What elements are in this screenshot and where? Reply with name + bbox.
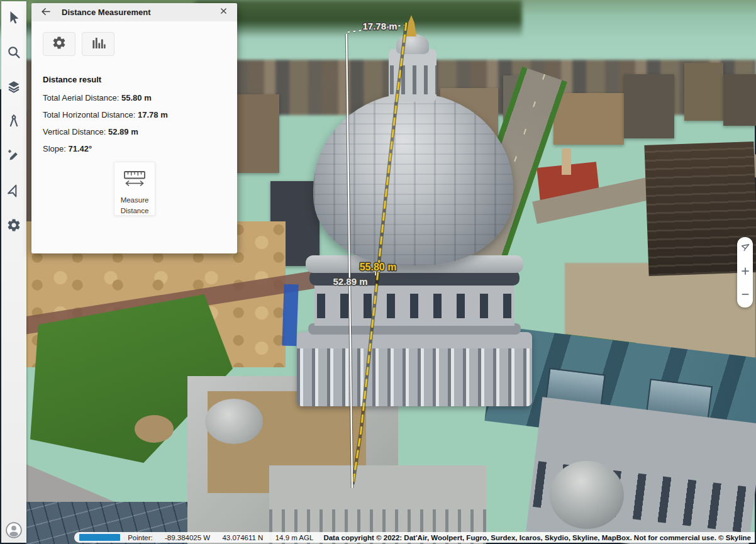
ruler-icon	[123, 170, 147, 190]
sidebar-item-measure[interactable]	[1, 105, 26, 140]
distance-measurement-panel: Distance Measurement Distance result	[31, 3, 237, 253]
pointer-coordinates: Pointer: -89.384025 W 43.074611 N 14.9 m…	[128, 534, 323, 541]
dome-lantern	[389, 49, 436, 102]
building	[624, 74, 674, 138]
sidebar-item-select[interactable]	[1, 1, 26, 36]
capitol-apse	[205, 399, 263, 444]
view-controls	[737, 237, 753, 308]
close-icon	[219, 6, 228, 18]
altitude-value: 14.9 m AGL	[275, 534, 314, 541]
results-heading: Distance result	[43, 75, 237, 84]
back-button[interactable]	[39, 6, 53, 19]
distance-results: Distance result Total Aerial Distance: 5…	[43, 75, 237, 153]
avatar-icon	[5, 530, 23, 541]
pointer-label: Pointer:	[128, 534, 153, 541]
panel-toolbar	[43, 32, 237, 56]
panel-header: Distance Measurement	[31, 3, 237, 21]
panel-title: Distance Measurement	[62, 8, 151, 17]
compass-button[interactable]	[737, 238, 753, 260]
account-avatar[interactable]	[5, 521, 23, 539]
search-icon	[6, 45, 21, 62]
gear-icon	[52, 35, 67, 53]
copyright-notice: Data copyright © 2022: Dat'Air, Woolpert…	[323, 534, 751, 541]
layers-icon	[6, 79, 21, 97]
building	[684, 63, 723, 121]
progress-bar	[79, 534, 120, 541]
measure-button-label: Measure Distance	[121, 195, 149, 216]
plus-icon	[740, 265, 751, 279]
close-button[interactable]	[217, 6, 230, 19]
dome-colonnade	[297, 332, 532, 406]
sidebar-item-layers[interactable]	[1, 70, 26, 105]
drafting-compass-icon	[6, 114, 21, 131]
measure-distance-button[interactable]: Measure Distance	[114, 162, 155, 216]
building	[723, 74, 756, 126]
toolbar-sidebar	[1, 1, 26, 543]
app-window: 17.78 m 55.80 m 52.89 m	[0, 0, 756, 544]
result-vertical: Vertical Distance: 52.89 m	[43, 127, 237, 136]
result-aerial: Total Aerial Distance: 55.80 m	[43, 93, 237, 103]
park-path-circle	[135, 415, 174, 443]
longitude-value: -89.384025 W	[165, 534, 210, 541]
edit-icon	[6, 148, 21, 166]
latitude-value: 43.074611 N	[222, 534, 263, 541]
zoom-out-button[interactable]	[737, 285, 753, 306]
capitol-small-dome	[550, 461, 624, 529]
status-bar: Pointer: -89.384025 W 43.074611 N 14.9 m…	[74, 532, 755, 543]
blue-tarp	[282, 284, 298, 347]
sidebar-item-search[interactable]	[1, 36, 26, 70]
building	[553, 93, 624, 145]
dome-lantern-roof	[396, 34, 429, 54]
zoom-in-button[interactable]	[737, 262, 753, 283]
dome-drum	[314, 283, 514, 326]
paper-plane-icon	[6, 183, 21, 201]
sidebar-item-settings[interactable]	[1, 209, 26, 243]
back-arrow-icon	[40, 5, 52, 20]
church-tower	[562, 148, 571, 175]
bar-chart-icon	[91, 35, 106, 53]
sidebar-item-draw[interactable]	[1, 140, 26, 174]
compass-needle-icon	[740, 242, 751, 256]
result-slope: Slope: 71.42°	[43, 144, 237, 153]
minus-icon	[740, 289, 751, 303]
cursor-icon	[6, 10, 21, 28]
sidebar-item-navigate[interactable]	[1, 174, 26, 209]
gear-icon	[6, 218, 21, 235]
result-horizontal: Total Horizontal Distance: 17.78 m	[43, 110, 237, 119]
terrain-profile-button[interactable]	[82, 32, 114, 56]
measurement-settings-button[interactable]	[43, 32, 75, 56]
